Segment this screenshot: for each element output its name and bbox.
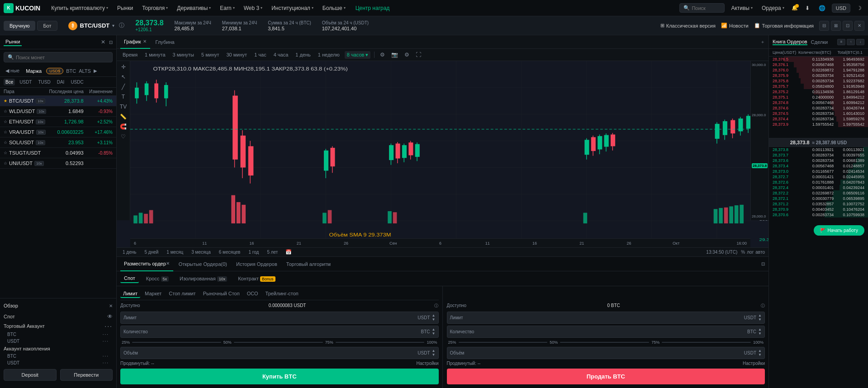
tf-30m[interactable]: 30 минут: [224, 51, 250, 58]
pct-button[interactable]: %: [741, 250, 745, 255]
globe-button[interactable]: 🌐: [816, 5, 828, 11]
order-type-spot[interactable]: Спот: [120, 274, 139, 283]
tf-5m[interactable]: 5 минут: [199, 51, 222, 58]
nav-institutional[interactable]: Институционал ▾: [268, 0, 317, 16]
nav-earn[interactable]: Earn ▾: [216, 0, 238, 16]
tf-1w[interactable]: 1 неделю: [316, 51, 342, 58]
tr-5y[interactable]: 5 лет: [265, 249, 280, 255]
trailing-stop-tab[interactable]: Трейлинг-стоп: [263, 290, 301, 298]
slider-line[interactable]: [560, 342, 649, 343]
tr-5d[interactable]: 5 дней: [142, 249, 161, 255]
add-tab-button[interactable]: ＋: [760, 39, 765, 45]
pair-row-tsugt[interactable]: ☆ TSUGT/USDT 0.04993 -0.85%: [0, 148, 116, 158]
bid-entry[interactable]: 28,371.2 0.03532857 0.10072752: [769, 201, 868, 207]
cat-tab-margin[interactable]: Маржа: [24, 67, 43, 75]
nav-more[interactable]: Больше ▾: [319, 0, 349, 16]
nav-markets[interactable]: Рынки: [114, 0, 137, 16]
vol-input-buy[interactable]: Объём USDT ▲ ▼: [120, 347, 439, 359]
tab-close-icon[interactable]: ✕: [166, 261, 170, 266]
pair-row-sol[interactable]: ☆ SOL/USDT 10x 23.953 +3.11%: [0, 137, 116, 148]
filter-usdc[interactable]: USDC: [69, 79, 85, 85]
settings-link-sell[interactable]: Настройки: [743, 361, 765, 366]
chart-tab-close-icon[interactable]: ✕: [143, 39, 147, 44]
tr-6m[interactable]: 6 месяцев: [217, 249, 243, 255]
fullscreen-icon[interactable]: ⛶: [414, 51, 423, 59]
indicator-icon[interactable]: ⚙: [378, 51, 387, 59]
tr-3m[interactable]: 3 месяца: [189, 249, 213, 255]
ask-entry[interactable]: 28,374.4 0.00283734 1.59859276: [769, 116, 868, 122]
log-button[interactable]: лог: [747, 250, 754, 255]
nav-buy-crypto[interactable]: Купить криптовалюту ▾: [47, 0, 112, 16]
ask-entry[interactable]: 28,375.7 0.05824800 1.91953948: [769, 84, 868, 89]
pair-row-uni[interactable]: ☆ UNI/USDT 10x 0.52293: [0, 158, 116, 169]
orders-button[interactable]: Ордера ▾: [759, 5, 787, 11]
ask-entry[interactable]: 28,375.8 0.00283734 1.92237682: [769, 78, 868, 84]
tf-1d[interactable]: 1 день: [293, 51, 313, 58]
bid-entry[interactable]: 28,373.7 0.00283734 0.00397655: [769, 152, 868, 158]
usds-badge[interactable]: USD$: [46, 68, 63, 74]
bid-entry[interactable]: 28,370.6 0.00283734 0.10759938: [769, 212, 868, 218]
tf-8h[interactable]: 8 часов ▾: [345, 51, 371, 59]
bid-entry[interactable]: 28,373.6 0.00283734 0.00681389: [769, 158, 868, 163]
search-box[interactable]: 🔍: [679, 3, 725, 13]
tf-1m[interactable]: 1 минута: [142, 51, 168, 58]
download-button[interactable]: ⬇: [802, 5, 812, 11]
limit-tab[interactable]: Лимит: [120, 290, 140, 298]
slider-line[interactable]: [459, 342, 548, 343]
favorite-icon[interactable]: ♡: [121, 133, 126, 140]
tr-1m[interactable]: 1 месяц: [164, 249, 185, 255]
settings-link-buy[interactable]: Настройки: [416, 361, 438, 366]
order-type-isolated[interactable]: Изолированная 10x: [176, 274, 231, 283]
ask-entry[interactable]: 28,376.1 0.00567468 1.95358756: [769, 62, 868, 67]
stop-limit-tab[interactable]: Стоп лимит: [166, 290, 198, 298]
spinner-up[interactable]: ▲: [758, 328, 762, 331]
ask-entry[interactable]: 28,375.9 0.00283734 1.92521416: [769, 73, 868, 78]
bid-entry[interactable]: 28,372.4 0.00031401 0.04239244: [769, 185, 868, 190]
screenshot-icon[interactable]: 📷: [389, 51, 400, 59]
spinner-down[interactable]: ▼: [432, 332, 436, 336]
pair-row-eth[interactable]: ☆ ETH/USDT 10x 1,726.98 +2.52%: [0, 117, 116, 127]
pct-100-buy[interactable]: 100%: [425, 340, 438, 345]
panel-close-icon[interactable]: ✕: [101, 39, 105, 45]
eye-icon[interactable]: 👁: [107, 313, 113, 320]
auto-button[interactable]: авто: [755, 250, 765, 255]
indicator-tool[interactable]: TV: [120, 104, 127, 110]
sell-button[interactable]: Продать BTC: [447, 369, 765, 384]
spinner-up[interactable]: ▲: [758, 349, 762, 353]
vol-input-sell[interactable]: Объём USDT ▲ ▼: [447, 347, 765, 359]
alts-tab[interactable]: ALTS: [79, 68, 91, 74]
pct-50-buy[interactable]: 50%: [222, 340, 233, 345]
spinner-up[interactable]: ▲: [758, 314, 762, 317]
ob-layout-asks[interactable]: ↑: [847, 39, 855, 45]
tab-place-order[interactable]: Разместить ордер ✕: [120, 257, 173, 271]
pair-row-btc[interactable]: ★ BTC/USDT 10x 28,373.8 +4.43%: [0, 96, 116, 106]
spinner-down[interactable]: ▼: [432, 353, 436, 357]
calendar-icon[interactable]: 📅: [285, 249, 292, 255]
pct-75-buy[interactable]: 75%: [324, 340, 335, 345]
pct-25-buy[interactable]: 25%: [120, 340, 131, 345]
bot-mode-button[interactable]: Бот: [37, 21, 57, 31]
order-type-cross[interactable]: Кросс 5x: [142, 274, 172, 283]
tr-1d[interactable]: 1 день: [120, 249, 138, 255]
spinner-down[interactable]: ▼: [758, 318, 762, 322]
tf-4h[interactable]: 4 часа: [271, 51, 291, 58]
tab-open-orders[interactable]: Открытые Ордера(0): [175, 257, 231, 271]
tr-1y[interactable]: 1 год: [246, 249, 261, 255]
classic-version-button[interactable]: ⊞ Классическая версия: [660, 23, 716, 28]
crosshair-tool[interactable]: ✛: [121, 64, 126, 70]
tf-3m[interactable]: 3 минуты: [171, 51, 196, 58]
bid-entry[interactable]: 28,372.2 0.02269872 0.06509116: [769, 190, 868, 196]
news-button[interactable]: 📶 Новости: [721, 23, 749, 28]
more-dots-icon[interactable]: ···: [103, 360, 109, 365]
pct-50-sell[interactable]: 50%: [548, 340, 559, 345]
filter-usdt[interactable]: USDT: [18, 79, 33, 85]
line-tool[interactable]: ╱: [122, 84, 125, 90]
more-dots-icon[interactable]: ···: [103, 339, 109, 344]
tf-1h[interactable]: 1 час: [252, 51, 269, 58]
ask-entry[interactable]: 28,376.5 0.11334936 1.96493692: [769, 57, 868, 62]
spinner-down[interactable]: ▼: [432, 318, 436, 322]
tab-order-history[interactable]: История Ордеров: [232, 257, 281, 271]
layout-icon-3[interactable]: ⊡: [843, 21, 853, 31]
ticker-pair[interactable]: ₿ BTC/USDT ▾ ⓘ: [68, 21, 125, 30]
filter-tusd[interactable]: TUSD: [36, 79, 52, 85]
